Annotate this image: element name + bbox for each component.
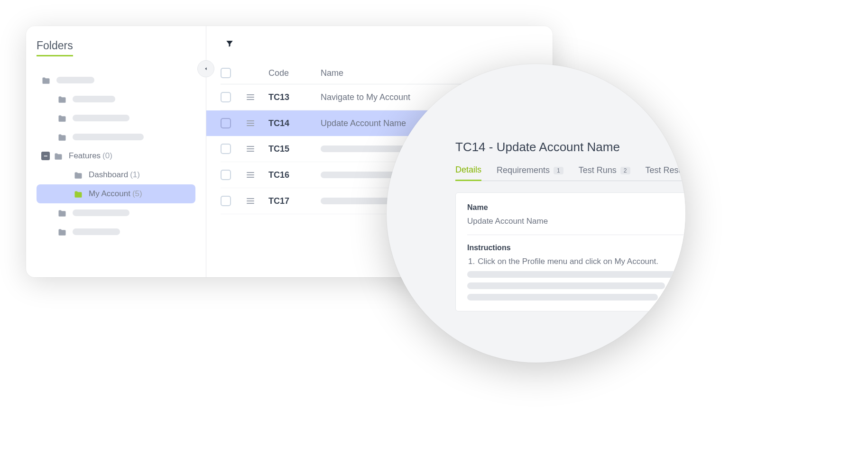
tree-item[interactable] xyxy=(37,71,195,90)
tab-requirements[interactable]: Requirements1 xyxy=(497,165,563,181)
detail-card: Name Update Account Name Instructions 1.… xyxy=(455,192,685,311)
tab-test-runs[interactable]: Test Runs2 xyxy=(579,165,630,181)
folder-tree: −Features (0)Dashboard (1)My Account (5) xyxy=(37,71,195,241)
folder-icon xyxy=(57,114,67,122)
row-checkbox[interactable] xyxy=(221,196,231,206)
detail-title: TC14 - Update Account Name xyxy=(455,140,685,155)
folder-count: (0) xyxy=(102,151,112,161)
sidebar-title: Folders xyxy=(37,39,73,56)
instruction-number: 1. xyxy=(468,257,475,266)
drag-handle-icon[interactable] xyxy=(247,120,268,126)
divider xyxy=(467,235,685,235)
detail-panel: TC14 - Update Account Name DetailsRequir… xyxy=(387,64,685,363)
row-checkbox[interactable] xyxy=(221,118,231,128)
detail-tabs: DetailsRequirements1Test Runs2Test Resu xyxy=(455,165,685,181)
placeholder-bar xyxy=(73,134,144,140)
folder-count: (1) xyxy=(130,170,140,180)
tab-details[interactable]: Details xyxy=(455,165,481,181)
tab-badge: 2 xyxy=(620,167,630,174)
folders-sidebar: Folders −Features (0)Dashboard (1)My Acc… xyxy=(26,26,206,277)
filter-icon xyxy=(225,39,234,48)
placeholder-bar xyxy=(73,96,115,102)
placeholder-line xyxy=(467,294,658,300)
select-all-cell xyxy=(221,68,247,78)
select-all-checkbox[interactable] xyxy=(221,68,231,78)
drag-handle-icon[interactable] xyxy=(247,198,268,204)
row-checkbox[interactable] xyxy=(221,92,231,102)
test-case-code: TC16 xyxy=(268,170,321,180)
tree-item[interactable] xyxy=(37,203,195,222)
tab-label: Test Resu xyxy=(646,165,683,175)
instructions-label: Instructions xyxy=(467,244,685,252)
drag-handle-icon[interactable] xyxy=(247,94,268,100)
instruction-text: Click on the Profile menu and click on M… xyxy=(478,257,658,266)
drag-handle-icon[interactable] xyxy=(247,146,268,152)
tree-item[interactable]: Dashboard (1) xyxy=(37,165,195,184)
collapse-sidebar-button[interactable] xyxy=(197,60,214,77)
test-case-code: TC15 xyxy=(268,144,321,154)
placeholder-bar xyxy=(73,209,129,216)
instruction-list: 1.Click on the Profile menu and click on… xyxy=(467,257,685,266)
folder-icon xyxy=(54,152,63,160)
placeholder-bar xyxy=(73,228,120,235)
folder-label: My Account xyxy=(89,189,130,199)
folder-count: (5) xyxy=(132,189,142,199)
toggle-icon[interactable]: − xyxy=(41,152,50,160)
tab-label: Details xyxy=(455,165,481,175)
row-checkbox[interactable] xyxy=(221,170,231,180)
folder-icon xyxy=(57,209,67,217)
chevron-left-icon xyxy=(203,66,209,72)
placeholder-bar xyxy=(56,77,94,83)
tab-badge: 1 xyxy=(554,167,563,174)
tree-item[interactable]: −Features (0) xyxy=(37,146,195,165)
folder-icon xyxy=(57,228,67,236)
folder-icon xyxy=(57,95,67,103)
tree-item[interactable] xyxy=(37,109,195,127)
tree-item[interactable] xyxy=(37,222,195,241)
test-case-code: TC13 xyxy=(268,92,321,102)
folder-icon xyxy=(41,76,51,84)
placeholder-bar xyxy=(73,115,129,121)
name-field-value: Update Account Name xyxy=(467,217,685,226)
test-case-code: TC14 xyxy=(268,118,321,128)
folder-icon xyxy=(74,171,83,179)
row-checkbox[interactable] xyxy=(221,144,231,154)
tree-item[interactable] xyxy=(37,90,195,109)
tree-item[interactable] xyxy=(37,127,195,146)
code-header: Code xyxy=(268,68,321,78)
test-case-code: TC17 xyxy=(268,196,321,206)
filter-button[interactable] xyxy=(225,39,234,48)
tree-item[interactable]: My Account (5) xyxy=(37,184,195,203)
tab-label: Test Runs xyxy=(579,165,617,175)
tab-label: Requirements xyxy=(497,165,550,175)
name-field-label: Name xyxy=(467,203,685,212)
folder-icon xyxy=(74,190,83,198)
drag-handle-icon[interactable] xyxy=(247,172,268,178)
tab-test-resu[interactable]: Test Resu xyxy=(646,165,683,181)
folder-label: Features xyxy=(69,151,101,161)
instruction-item: 1.Click on the Profile menu and click on… xyxy=(468,257,685,266)
folder-label: Dashboard xyxy=(89,170,128,180)
placeholder-line xyxy=(467,271,676,278)
placeholder-line xyxy=(467,282,665,289)
folder-icon xyxy=(57,133,67,141)
